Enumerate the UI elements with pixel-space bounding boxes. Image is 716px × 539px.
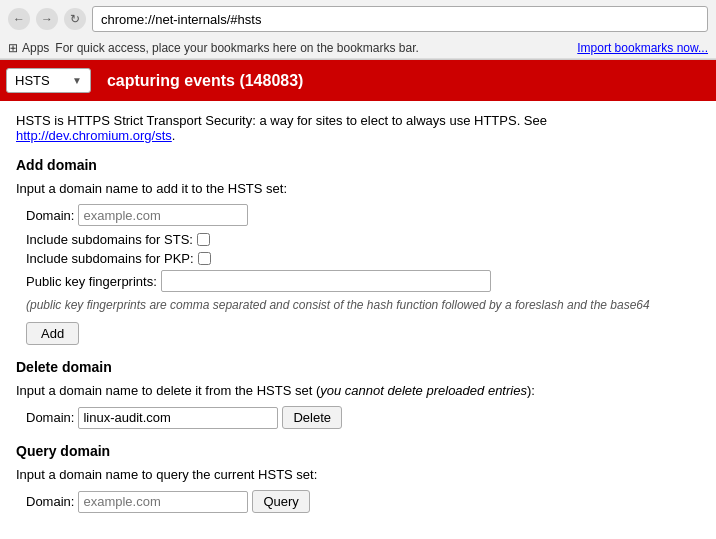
add-section-desc: Input a domain name to add it to the HST… [16, 181, 700, 196]
apps-grid-icon: ⊞ [8, 41, 18, 55]
bookmarks-message: For quick access, place your bookmarks h… [55, 41, 571, 55]
delete-desc-pre: Input a domain name to delete it from th… [16, 383, 320, 398]
pkp-subdomains-row: Include subdomains for PKP: [26, 251, 700, 266]
add-section-title: Add domain [16, 157, 700, 173]
add-domain-label: Domain: [26, 208, 74, 223]
description-post: . [172, 128, 176, 143]
query-domain-label: Domain: [26, 494, 74, 509]
pkp-subdomains-checkbox[interactable] [198, 252, 211, 265]
back-button[interactable]: ← [8, 8, 30, 30]
chevron-down-icon: ▼ [72, 75, 82, 86]
pkp-subdomains-label: Include subdomains for PKP: [26, 251, 194, 266]
pkp-note: (public key fingerprints are comma separ… [26, 298, 700, 312]
delete-section-title: Delete domain [16, 359, 700, 375]
delete-desc-post: ): [527, 383, 535, 398]
nav-bar: ← → ↻ [0, 0, 716, 38]
description-pre: HSTS is HTTPS Strict Transport Security:… [16, 113, 547, 128]
add-domain-section: Add domain Input a domain name to add it… [16, 157, 700, 345]
sts-subdomains-row: Include subdomains for STS: [26, 232, 700, 247]
query-domain-row: Domain: Query [26, 490, 700, 513]
apps-button[interactable]: ⊞ Apps [8, 41, 49, 55]
delete-domain-row: Domain: Delete [26, 406, 700, 429]
sts-link[interactable]: http://dev.chromium.org/sts [16, 128, 172, 143]
forward-button[interactable]: → [36, 8, 58, 30]
query-domain-input[interactable] [78, 491, 248, 513]
hsts-dropdown[interactable]: HSTS DNS Sockets Events ▼ [6, 68, 91, 93]
pkp-row: Public key fingerprints: [26, 270, 700, 292]
delete-section-desc: Input a domain name to delete it from th… [16, 383, 700, 398]
add-domain-row: Domain: [26, 204, 700, 226]
reload-button[interactable]: ↻ [64, 8, 86, 30]
add-button[interactable]: Add [26, 322, 79, 345]
delete-domain-label: Domain: [26, 410, 74, 425]
apps-label: Apps [22, 41, 49, 55]
query-domain-section: Query domain Input a domain name to quer… [16, 443, 700, 513]
tab-bar: HSTS DNS Sockets Events ▼ capturing even… [0, 60, 716, 101]
bookmarks-bar: ⊞ Apps For quick access, place your book… [0, 38, 716, 59]
sts-subdomains-checkbox[interactable] [197, 233, 210, 246]
page-content: HSTS is HTTPS Strict Transport Security:… [0, 101, 716, 537]
capturing-status: capturing events (148083) [97, 64, 314, 98]
delete-button[interactable]: Delete [282, 406, 342, 429]
page-description: HSTS is HTTPS Strict Transport Security:… [16, 113, 700, 143]
query-button[interactable]: Query [252, 490, 309, 513]
hsts-select[interactable]: HSTS DNS Sockets Events [15, 73, 66, 88]
add-domain-input[interactable] [78, 204, 248, 226]
delete-desc-italic: you cannot delete preloaded entries [320, 383, 527, 398]
pkp-input[interactable] [161, 270, 491, 292]
browser-toolbar: ← → ↻ ⊞ Apps For quick access, place you… [0, 0, 716, 60]
address-bar[interactable] [92, 6, 708, 32]
delete-domain-input[interactable] [78, 407, 278, 429]
query-section-title: Query domain [16, 443, 700, 459]
delete-domain-section: Delete domain Input a domain name to del… [16, 359, 700, 429]
pkp-label: Public key fingerprints: [26, 274, 157, 289]
query-section-desc: Input a domain name to query the current… [16, 467, 700, 482]
import-bookmarks-link[interactable]: Import bookmarks now... [577, 41, 708, 55]
sts-subdomains-label: Include subdomains for STS: [26, 232, 193, 247]
